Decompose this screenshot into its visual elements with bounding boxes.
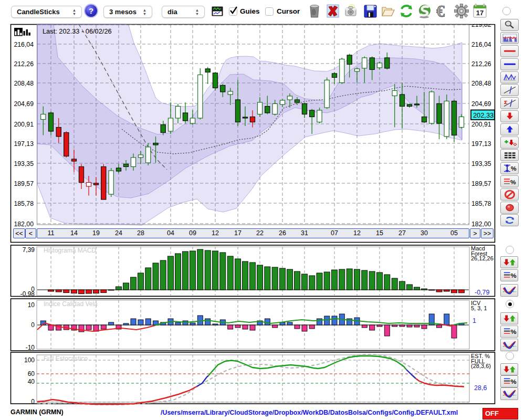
svg-text:Histograma MACD: Histograma MACD	[44, 247, 96, 254]
svg-text:%: %	[510, 272, 517, 279]
svg-text:Full Estocastico: Full Estocastico	[44, 355, 88, 362]
svg-text:-0,98: -0,98	[20, 290, 35, 298]
svg-text:0: 0	[31, 321, 35, 329]
svg-text:€: €	[436, 3, 445, 19]
svg-text:0: 0	[31, 398, 35, 405]
svg-text:10: 10	[28, 301, 35, 309]
svg-text:(28,3,6): (28,3,6)	[471, 363, 491, 369]
svg-text:%: %	[510, 179, 516, 185]
svg-text:%: %	[511, 166, 517, 172]
svg-text:40: 40	[28, 378, 35, 385]
svg-text:100: 100	[24, 356, 35, 364]
svg-text:7,39: 7,39	[23, 246, 35, 254]
svg-text:Indice Calidad Vela: Indice Calidad Vela	[44, 300, 98, 308]
svg-text:-10: -10	[26, 344, 35, 351]
svg-text:5, 3, 1: 5, 3, 1	[471, 305, 487, 311]
svg-text:Σ: Σ	[504, 100, 508, 105]
svg-text:1: 1	[472, 317, 476, 324]
svg-text:-0,79: -0,79	[475, 289, 490, 296]
svg-text:28,6: 28,6	[474, 384, 487, 392]
svg-text:%: %	[510, 378, 517, 385]
svg-text:%: %	[510, 328, 517, 335]
svg-text:60: 60	[28, 370, 35, 377]
svg-text:26,12,26: 26,12,26	[471, 255, 494, 261]
svg-text:17: 17	[476, 9, 484, 17]
